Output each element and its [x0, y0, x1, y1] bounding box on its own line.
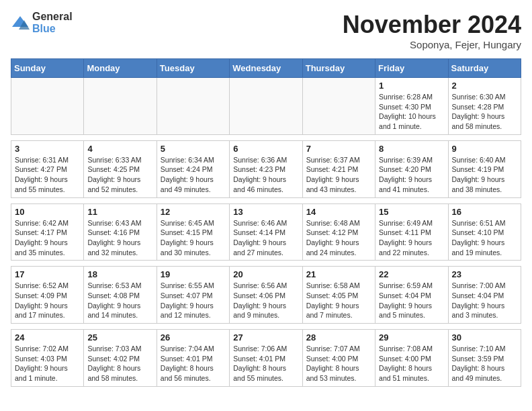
- calendar-cell: 22Sunrise: 6:59 AM Sunset: 4:04 PM Dayli…: [375, 267, 448, 324]
- calendar-week-row: 24Sunrise: 7:02 AM Sunset: 4:03 PM Dayli…: [11, 330, 521, 387]
- calendar-cell: 17Sunrise: 6:52 AM Sunset: 4:09 PM Dayli…: [11, 267, 84, 324]
- calendar-cell: 18Sunrise: 6:53 AM Sunset: 4:08 PM Dayli…: [84, 267, 157, 324]
- calendar-cell: 7Sunrise: 6:37 AM Sunset: 4:21 PM Daylig…: [302, 140, 375, 197]
- calendar-cell: 23Sunrise: 7:00 AM Sunset: 4:04 PM Dayli…: [448, 267, 521, 324]
- day-number: 3: [15, 144, 80, 154]
- calendar-cell: 28Sunrise: 7:07 AM Sunset: 4:00 PM Dayli…: [302, 330, 375, 387]
- calendar-cell: 26Sunrise: 7:04 AM Sunset: 4:01 PM Dayli…: [157, 330, 229, 387]
- day-detail: Sunrise: 7:07 AM Sunset: 4:00 PM Dayligh…: [306, 344, 371, 383]
- row-spacer: [11, 197, 521, 203]
- calendar-header-row: SundayMondayTuesdayWednesdayThursdayFrid…: [11, 59, 521, 78]
- day-detail: Sunrise: 7:06 AM Sunset: 4:01 PM Dayligh…: [233, 344, 298, 383]
- day-number: 6: [233, 144, 298, 154]
- page-header: General Blue November 2024 Soponya, Feje…: [11, 11, 521, 50]
- day-detail: Sunrise: 6:30 AM Sunset: 4:28 PM Dayligh…: [452, 92, 517, 132]
- day-number: 18: [87, 269, 152, 279]
- calendar-cell: 20Sunrise: 6:56 AM Sunset: 4:06 PM Dayli…: [230, 267, 302, 324]
- weekday-header-saturday: Saturday: [448, 59, 521, 78]
- weekday-header-monday: Monday: [84, 59, 157, 78]
- calendar-cell: 6Sunrise: 6:36 AM Sunset: 4:23 PM Daylig…: [230, 140, 302, 197]
- day-number: 15: [379, 207, 444, 217]
- calendar-cell: 19Sunrise: 6:55 AM Sunset: 4:07 PM Dayli…: [157, 267, 229, 324]
- weekday-header-thursday: Thursday: [302, 59, 375, 78]
- calendar-cell: 10Sunrise: 6:42 AM Sunset: 4:17 PM Dayli…: [11, 203, 84, 261]
- calendar-cell: 9Sunrise: 6:40 AM Sunset: 4:19 PM Daylig…: [448, 140, 521, 197]
- logo[interactable]: General Blue: [11, 11, 73, 34]
- day-detail: Sunrise: 6:55 AM Sunset: 4:07 PM Dayligh…: [161, 281, 226, 320]
- calendar-cell: [302, 78, 375, 135]
- day-number: 2: [452, 81, 517, 91]
- calendar-cell: 29Sunrise: 7:08 AM Sunset: 4:00 PM Dayli…: [375, 330, 448, 387]
- day-number: 27: [233, 332, 298, 342]
- title-block: November 2024 Soponya, Fejer, Hungary: [343, 11, 521, 50]
- day-detail: Sunrise: 6:46 AM Sunset: 4:14 PM Dayligh…: [233, 218, 298, 258]
- calendar-cell: 11Sunrise: 6:43 AM Sunset: 4:16 PM Dayli…: [84, 203, 157, 261]
- day-detail: Sunrise: 6:52 AM Sunset: 4:09 PM Dayligh…: [15, 281, 80, 320]
- day-number: 10: [15, 207, 80, 217]
- calendar-week-row: 1Sunrise: 6:28 AM Sunset: 4:30 PM Daylig…: [11, 78, 521, 135]
- day-number: 19: [161, 269, 226, 279]
- calendar-cell: 30Sunrise: 7:10 AM Sunset: 3:59 PM Dayli…: [448, 330, 521, 387]
- day-number: 14: [306, 207, 371, 217]
- day-number: 25: [87, 332, 152, 342]
- day-detail: Sunrise: 6:56 AM Sunset: 4:06 PM Dayligh…: [233, 281, 298, 320]
- calendar-cell: 2Sunrise: 6:30 AM Sunset: 4:28 PM Daylig…: [448, 78, 521, 135]
- calendar-cell: 27Sunrise: 7:06 AM Sunset: 4:01 PM Dayli…: [230, 330, 302, 387]
- day-detail: Sunrise: 6:40 AM Sunset: 4:19 PM Dayligh…: [452, 155, 517, 195]
- day-detail: Sunrise: 6:51 AM Sunset: 4:10 PM Dayligh…: [452, 218, 517, 258]
- weekday-header-sunday: Sunday: [11, 59, 84, 78]
- logo-blue-text: Blue: [32, 23, 73, 35]
- day-detail: Sunrise: 6:43 AM Sunset: 4:16 PM Dayligh…: [87, 218, 152, 258]
- day-number: 13: [233, 207, 298, 217]
- day-detail: Sunrise: 7:10 AM Sunset: 3:59 PM Dayligh…: [452, 344, 517, 383]
- calendar-cell: 24Sunrise: 7:02 AM Sunset: 4:03 PM Dayli…: [11, 330, 84, 387]
- calendar-cell: 16Sunrise: 6:51 AM Sunset: 4:10 PM Dayli…: [448, 203, 521, 261]
- row-spacer: [11, 324, 521, 330]
- calendar-table: SundayMondayTuesdayWednesdayThursdayFrid…: [11, 58, 521, 387]
- day-detail: Sunrise: 6:34 AM Sunset: 4:24 PM Dayligh…: [161, 155, 226, 195]
- calendar-cell: 21Sunrise: 6:58 AM Sunset: 4:05 PM Dayli…: [302, 267, 375, 324]
- weekday-header-tuesday: Tuesday: [157, 59, 229, 78]
- day-number: 1: [379, 81, 444, 91]
- day-detail: Sunrise: 6:53 AM Sunset: 4:08 PM Dayligh…: [87, 281, 152, 320]
- day-detail: Sunrise: 6:33 AM Sunset: 4:25 PM Dayligh…: [87, 155, 152, 195]
- day-detail: Sunrise: 6:48 AM Sunset: 4:12 PM Dayligh…: [306, 218, 371, 258]
- weekday-header-friday: Friday: [375, 59, 448, 78]
- calendar-cell: 25Sunrise: 7:03 AM Sunset: 4:02 PM Dayli…: [84, 330, 157, 387]
- day-detail: Sunrise: 6:37 AM Sunset: 4:21 PM Dayligh…: [306, 155, 371, 195]
- calendar-cell: [11, 78, 84, 135]
- day-detail: Sunrise: 6:45 AM Sunset: 4:15 PM Dayligh…: [161, 218, 226, 258]
- calendar-cell: 1Sunrise: 6:28 AM Sunset: 4:30 PM Daylig…: [375, 78, 448, 135]
- day-detail: Sunrise: 6:59 AM Sunset: 4:04 PM Dayligh…: [379, 281, 444, 320]
- calendar-cell: 15Sunrise: 6:49 AM Sunset: 4:11 PM Dayli…: [375, 203, 448, 261]
- day-detail: Sunrise: 6:36 AM Sunset: 4:23 PM Dayligh…: [233, 155, 298, 195]
- calendar-week-row: 3Sunrise: 6:31 AM Sunset: 4:27 PM Daylig…: [11, 140, 521, 197]
- day-number: 8: [379, 144, 444, 154]
- day-number: 20: [233, 269, 298, 279]
- calendar-week-row: 17Sunrise: 6:52 AM Sunset: 4:09 PM Dayli…: [11, 267, 521, 324]
- day-number: 16: [452, 207, 517, 217]
- day-number: 17: [15, 269, 80, 279]
- logo-icon: [11, 13, 30, 32]
- calendar-cell: 14Sunrise: 6:48 AM Sunset: 4:12 PM Dayli…: [302, 203, 375, 261]
- calendar-cell: [230, 78, 302, 135]
- month-title: November 2024: [343, 11, 521, 39]
- day-detail: Sunrise: 7:04 AM Sunset: 4:01 PM Dayligh…: [161, 344, 226, 383]
- day-number: 22: [379, 269, 444, 279]
- day-detail: Sunrise: 6:31 AM Sunset: 4:27 PM Dayligh…: [15, 155, 80, 195]
- day-detail: Sunrise: 7:08 AM Sunset: 4:00 PM Dayligh…: [379, 344, 444, 383]
- day-detail: Sunrise: 7:02 AM Sunset: 4:03 PM Dayligh…: [15, 344, 80, 383]
- day-detail: Sunrise: 6:39 AM Sunset: 4:20 PM Dayligh…: [379, 155, 444, 195]
- day-number: 21: [306, 269, 371, 279]
- day-detail: Sunrise: 7:03 AM Sunset: 4:02 PM Dayligh…: [87, 344, 152, 383]
- calendar-cell: 12Sunrise: 6:45 AM Sunset: 4:15 PM Dayli…: [157, 203, 229, 261]
- day-number: 30: [452, 332, 517, 342]
- calendar-cell: 4Sunrise: 6:33 AM Sunset: 4:25 PM Daylig…: [84, 140, 157, 197]
- day-number: 5: [161, 144, 226, 154]
- calendar-cell: [84, 78, 157, 135]
- weekday-header-wednesday: Wednesday: [230, 59, 302, 78]
- row-spacer: [11, 134, 521, 140]
- day-number: 28: [306, 332, 371, 342]
- day-number: 12: [161, 207, 226, 217]
- day-detail: Sunrise: 6:58 AM Sunset: 4:05 PM Dayligh…: [306, 281, 371, 320]
